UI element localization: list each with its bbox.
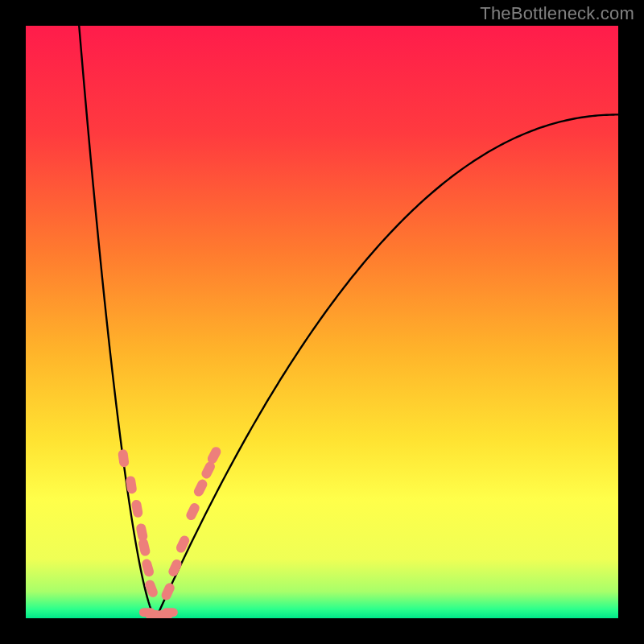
watermark-text: TheBottleneck.com: [480, 3, 634, 24]
plot-area: [26, 26, 618, 618]
gradient-background: [26, 26, 618, 618]
chart-stage: TheBottleneck.com: [0, 0, 644, 644]
bottleneck-curve-chart: [26, 26, 618, 618]
curve-marker: [162, 608, 178, 617]
